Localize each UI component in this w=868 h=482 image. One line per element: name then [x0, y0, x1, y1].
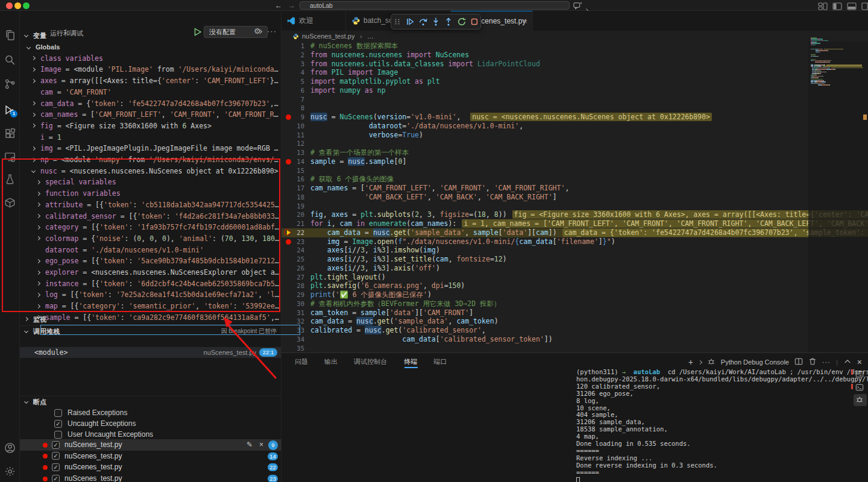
code-line[interactable]: verbose=True) [310, 131, 423, 140]
close-window-button[interactable] [6, 2, 13, 9]
code-line[interactable]: import matplotlib.pyplot as plt [310, 77, 440, 86]
code-line[interactable]: 'CAM_BACK_LEFT', 'CAM_BACK', 'CAM_BACK_R… [310, 193, 557, 202]
variable-row[interactable]: fig = <Figure size 3360x1600 with 6 Axes… [20, 120, 281, 132]
terminal-item-icon[interactable] [855, 383, 864, 392]
tab-欢迎[interactable]: 欢迎 [281, 11, 346, 31]
callstack-section-header[interactable]: 调用堆栈 因 breakpoint 已暂停 [20, 325, 281, 336]
toggle-sidebar-icon[interactable] [832, 2, 842, 10]
panel-tab-终端[interactable]: 终端 [404, 356, 418, 368]
variable-row[interactable]: img = <PIL.JpegImagePlugin.JpegImageFile… [20, 143, 281, 154]
testing-icon[interactable] [4, 174, 16, 185]
search-icon[interactable] [4, 54, 16, 66]
variable-row[interactable]: explorer = <nuscenes.nuscenes.NuScenesEx… [20, 267, 281, 278]
forward-icon[interactable]: → [288, 0, 295, 11]
settings-icon[interactable] [4, 466, 16, 477]
code-line[interactable]: # 获取 6 个摄像头的图像 [310, 175, 394, 184]
new-terminal-icon[interactable]: + [688, 357, 693, 367]
panel-tab-调试控制台[interactable]: 调试控制台 [354, 356, 387, 368]
code-line[interactable]: plt.tight_layout() [310, 273, 386, 282]
variable-row[interactable]: cam = 'CAM_FRONT' [20, 87, 281, 98]
code-line[interactable]: img = Image.open(f"./data/nuscenes/v1.0-… [310, 237, 615, 246]
code-line[interactable]: dataroot='./data/nuscenes/v1.0-mini', [310, 122, 523, 131]
variable-row[interactable]: cam_names = ['CAM_FRONT_LEFT', 'CAM_FRON… [20, 109, 281, 120]
variable-row[interactable]: i = 1 [20, 132, 281, 143]
breakpoints-section-header[interactable]: 断点 [20, 396, 281, 407]
variables-section-header[interactable]: 变量 [20, 30, 281, 41]
variable-row[interactable]: class variables [20, 53, 281, 64]
code-line[interactable]: # 查看第一个场景的第一个样本 [310, 148, 409, 157]
toggle-secondary-sidebar-icon[interactable] [861, 2, 868, 10]
minimize-window-button[interactable] [14, 2, 21, 9]
edit-breakpoint-icon[interactable]: ✎ [247, 439, 253, 451]
command-center[interactable]: autoLab [300, 1, 570, 10]
code-line[interactable]: from PIL import Image [310, 68, 398, 77]
variable-row[interactable]: attribute = [{'token': 'cb5118da1ab342aa… [20, 199, 281, 211]
code-line[interactable]: cam_data['calibrated_sensor_token']) [310, 335, 553, 344]
code-line[interactable]: import numpy as np [310, 86, 386, 95]
stop-icon[interactable] [469, 16, 480, 28]
breadcrumb[interactable]: nuScenes_test.py › … [281, 31, 868, 42]
file-breakpoint-row[interactable]: ✓nuScenes_test.py22 [20, 462, 281, 473]
panel-tab-端口[interactable]: 端口 [434, 356, 447, 368]
variable-row[interactable]: function variables [20, 188, 281, 199]
split-terminal-icon[interactable] [794, 357, 803, 367]
variable-row[interactable]: category = [{'token': '1fa93b757fc74fb19… [20, 222, 281, 233]
toggle-panel-icon[interactable] [847, 2, 857, 10]
restart-icon[interactable] [456, 16, 467, 28]
code-line[interactable]: plt.savefig('6_cameras.png', dpi=150) [310, 281, 465, 290]
maximize-panel-icon[interactable] [843, 357, 852, 367]
exception-breakpoint-row[interactable]: Raised Exceptions [20, 407, 281, 419]
code-line[interactable]: cam_names = ['CAM_FRONT_LEFT', 'CAM_FRON… [310, 184, 569, 193]
variable-row[interactable]: dataroot = './data/nuscenes/v1.0-mini' [20, 245, 281, 256]
breakpoint-icon[interactable] [286, 114, 291, 120]
variable-row[interactable]: np = <module 'numpy' from '/Users/kaiyi/… [20, 154, 281, 166]
code-line[interactable]: axes[i//3, i%3].axis('off') [310, 264, 440, 273]
step-into-icon[interactable] [430, 16, 441, 28]
source-control-icon[interactable] [4, 78, 16, 90]
debug-console-item-icon[interactable] [855, 395, 864, 404]
remote-icon[interactable] [4, 151, 16, 162]
file-breakpoint-row[interactable]: ✓nuScenes_test.py23 [20, 473, 281, 482]
cube-icon[interactable] [4, 197, 16, 208]
code-line[interactable]: calibrated = nusc.get('calibrated_sensor… [310, 326, 486, 335]
code-line[interactable]: cam_token = sample['data']['CAM_FRONT'] [310, 308, 473, 318]
remove-breakpoint-icon[interactable]: × [259, 439, 263, 451]
code-line[interactable]: from nuscenes.nuscenes import NuScenes [310, 51, 469, 60]
callstack-frame-row[interactable]: <module> nuScenes_test.py 22:1 [20, 347, 281, 358]
layout-customize-icon[interactable] [818, 2, 828, 10]
breakpoint-icon[interactable] [286, 239, 291, 245]
file-breakpoint-row[interactable]: ✓nuScenes_test.py14 [20, 451, 281, 462]
code-line[interactable]: # 查看相机内外参数（BEVFormer 用它来做 3D→2D 投影） [310, 299, 501, 308]
variable-row[interactable]: nusc = <nuscenes.nuscenes.NuScenes objec… [20, 166, 281, 177]
variable-row[interactable]: instance = [{'token': '6dd2cbf4c24b4caeb… [20, 278, 281, 290]
code-line[interactable]: sample = nusc.sample[0] [310, 157, 406, 166]
maximize-window-button[interactable] [23, 2, 30, 9]
continue-icon[interactable] [404, 16, 415, 28]
code-line[interactable]: axes[i//3, i%3].imshow(img) [310, 246, 440, 255]
variable-row[interactable]: cam_data = {'token': 'fe5422747a7d4268a4… [20, 98, 281, 110]
code-line[interactable]: cam_data = nusc.get('sample_data', cam_t… [310, 317, 498, 326]
step-over-icon[interactable] [417, 16, 429, 28]
close-panel-icon[interactable]: × [857, 357, 862, 367]
terminal-profile-chevron-icon[interactable] [698, 360, 702, 364]
code-line[interactable]: nusc = NuScenes(version='v1.0-mini', nus… [310, 113, 712, 122]
kill-terminal-icon[interactable] [808, 357, 817, 367]
terminal-session-label[interactable]: Python Debug Console [721, 358, 789, 366]
terminal-item-icon[interactable] [855, 370, 864, 379]
close-tab-icon[interactable]: × [523, 11, 527, 31]
variable-row[interactable]: Image = <module 'PIL.Image' from '/Users… [20, 64, 281, 75]
exception-breakpoint-row[interactable]: User Uncaught Exceptions [20, 429, 281, 440]
variable-row[interactable]: calibrated_sensor = [{'token': 'f4d2a6c2… [20, 211, 281, 222]
step-out-icon[interactable] [443, 16, 454, 28]
code-line[interactable]: from nuscenes.utils.data_classes import … [310, 60, 540, 69]
panel-tab-问题[interactable]: 问题 [295, 356, 308, 368]
extensions-icon[interactable] [4, 128, 16, 139]
code-line[interactable]: # nuScenes 数据探索脚本 [310, 42, 398, 51]
variable-row[interactable]: special variables [20, 177, 281, 188]
code-line[interactable]: print('✅ 6 个摄像头图像已保存') [310, 290, 432, 299]
minimap-column[interactable] [808, 42, 868, 352]
variable-row[interactable]: map = [{'category': 'semantic_prior', 't… [20, 301, 281, 312]
panel-more-actions-icon[interactable]: ··· [822, 358, 831, 366]
account-icon[interactable] [4, 442, 16, 454]
back-icon[interactable]: ← [275, 0, 282, 11]
